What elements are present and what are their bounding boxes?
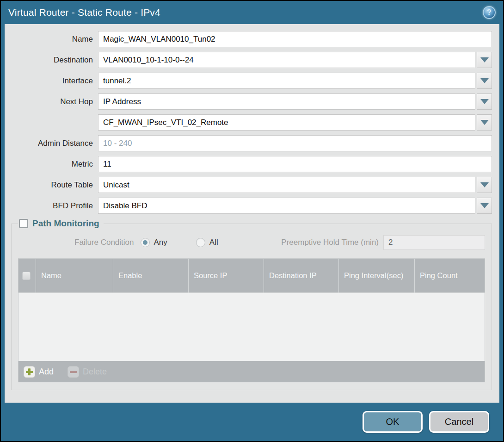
path-monitoring-table: Name Enable Source IP Destination IP Pin…	[18, 258, 485, 382]
admin-distance-label: Admin Distance	[11, 135, 98, 151]
cancel-button[interactable]: Cancel	[429, 411, 489, 433]
route-table-input[interactable]	[98, 177, 475, 193]
failure-condition-label: Failure Condition	[74, 238, 134, 247]
plus-icon	[24, 366, 35, 378]
interface-input[interactable]	[98, 73, 475, 89]
metric-label: Metric	[11, 156, 98, 172]
interface-dropdown-button[interactable]	[477, 73, 492, 89]
destination-label: Destination	[11, 52, 98, 68]
form-row-metric: Metric	[11, 156, 492, 172]
dialog-content: Name Destination Interface	[5, 24, 499, 403]
next-hop-address-input[interactable]	[98, 114, 475, 131]
bfd-profile-dropdown-button[interactable]	[477, 198, 492, 214]
failure-condition-any-label: Any	[154, 238, 167, 247]
metric-input[interactable]	[98, 156, 492, 172]
failure-condition-all-radio[interactable]	[196, 238, 205, 247]
ok-button[interactable]: OK	[363, 411, 423, 433]
chevron-down-icon	[480, 57, 489, 62]
next-hop-type-input[interactable]	[98, 93, 475, 110]
form-row-bfd-profile: BFD Profile	[11, 198, 492, 214]
route-table-label: Route Table	[11, 177, 98, 193]
failure-condition-any-radio[interactable]	[141, 238, 150, 247]
chevron-down-icon	[480, 120, 489, 125]
form-row-route-table: Route Table	[11, 177, 492, 193]
dialog-title: Virtual Router - Static Route - IPv4	[8, 7, 483, 18]
chevron-down-icon	[480, 99, 489, 104]
minus-icon	[68, 366, 79, 378]
preemptive-hold-time-input[interactable]	[383, 235, 485, 250]
next-hop-address-dropdown-button[interactable]	[477, 114, 492, 131]
bfd-profile-label: BFD Profile	[11, 198, 98, 214]
path-monitoring-section: Path Monitoring Failure Condition Any Al…	[11, 218, 492, 390]
destination-dropdown-button[interactable]	[477, 52, 492, 68]
table-action-bar: Add Delete	[18, 361, 485, 382]
column-header-source-ip[interactable]: Source IP	[188, 259, 264, 293]
select-all-checkbox[interactable]	[22, 272, 31, 280]
route-table-dropdown-button[interactable]	[477, 177, 492, 193]
chevron-down-icon	[480, 182, 489, 187]
admin-distance-input[interactable]	[98, 135, 492, 151]
column-header-name[interactable]: Name	[36, 259, 113, 293]
form-row-next-hop: Next Hop	[11, 93, 492, 110]
path-monitoring-title: Path Monitoring	[32, 218, 99, 229]
form-row-destination: Destination	[11, 52, 492, 68]
help-icon[interactable]: ?	[483, 6, 496, 19]
column-header-destination-ip[interactable]: Destination IP	[264, 259, 338, 293]
chevron-down-icon	[480, 78, 489, 83]
next-hop-type-dropdown-button[interactable]	[477, 93, 492, 110]
column-header-enable[interactable]: Enable	[113, 259, 188, 293]
path-monitoring-legend: Path Monitoring	[18, 218, 104, 229]
name-input[interactable]	[98, 31, 492, 47]
name-label: Name	[11, 31, 98, 47]
column-header-ping-interval[interactable]: Ping Interval(sec)	[338, 259, 414, 293]
bfd-profile-input[interactable]	[98, 198, 475, 214]
preemptive-hold-time-label: Preemptive Hold Time (min)	[281, 238, 379, 247]
form-row-name: Name	[11, 31, 492, 47]
add-button[interactable]: Add	[24, 366, 54, 378]
dialog-footer: OK Cancel	[1, 403, 503, 441]
interface-label: Interface	[11, 73, 98, 89]
failure-condition-row: Failure Condition Any All Preemptive Hol…	[18, 234, 485, 251]
failure-condition-all-label: All	[209, 238, 218, 247]
form-row-admin-distance: Admin Distance	[11, 135, 492, 151]
table-body-empty	[18, 293, 485, 361]
path-monitoring-checkbox[interactable]	[19, 219, 28, 228]
column-header-ping-count[interactable]: Ping Count	[414, 259, 485, 293]
delete-button[interactable]: Delete	[68, 366, 107, 378]
table-header-row: Name Enable Source IP Destination IP Pin…	[18, 259, 485, 293]
destination-input[interactable]	[98, 52, 475, 68]
form-row-next-hop-address	[11, 114, 492, 131]
chevron-down-icon	[480, 203, 489, 208]
static-route-dialog: Virtual Router - Static Route - IPv4 ? N…	[0, 0, 504, 442]
next-hop-label: Next Hop	[11, 93, 98, 110]
dialog-titlebar: Virtual Router - Static Route - IPv4 ?	[1, 1, 503, 24]
form-row-interface: Interface	[11, 73, 492, 89]
